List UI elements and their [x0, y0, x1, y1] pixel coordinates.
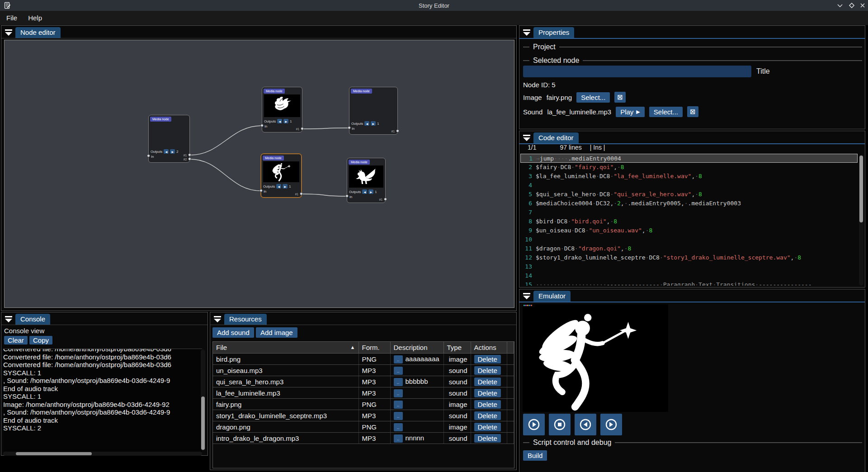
outputs-decrement-button[interactable]: ◀	[364, 121, 369, 126]
console-hscroll-thumb[interactable]	[16, 452, 92, 455]
input-port[interactable]	[348, 126, 351, 129]
graph-node[interactable]: Media nodeOutputs◀▶1In#1	[349, 87, 398, 135]
emu-forward-button[interactable]	[600, 414, 622, 435]
description-edit-button[interactable]: ..	[394, 434, 403, 443]
outputs-decrement-button[interactable]: ◀	[277, 119, 282, 123]
node-edge[interactable]	[190, 159, 261, 191]
input-port[interactable]	[260, 124, 264, 127]
delete-button[interactable]: Delete	[474, 411, 501, 420]
description-edit-button[interactable]: ..	[394, 412, 403, 420]
tab-console[interactable]: Console	[15, 314, 50, 325]
minimize-button[interactable]	[835, 1, 845, 10]
resource-row[interactable]: story1_drako_luminelle_sceptre.mp3MP3..s…	[213, 410, 514, 421]
output-port[interactable]	[301, 127, 304, 130]
resource-row[interactable]: un_oiseau.mp3MP3..soundDelete	[213, 365, 514, 376]
tab-properties[interactable]: Properties	[533, 27, 574, 38]
delete-button[interactable]: Delete	[474, 423, 501, 431]
input-port[interactable]	[259, 189, 263, 192]
node-edge[interactable]	[302, 194, 347, 196]
input-port[interactable]	[345, 194, 349, 198]
code-lines[interactable]: 1→jump····.mediaEntry00042$fairy·DC8·"fa…	[520, 154, 858, 286]
delete-button[interactable]: Delete	[474, 355, 501, 363]
description-edit-button[interactable]: ..	[394, 378, 403, 386]
resource-row[interactable]: fairy.pngPNG..imageDelete	[213, 399, 514, 410]
collapse-icon[interactable]	[5, 29, 13, 36]
outputs-increment-button[interactable]: ▶	[170, 149, 175, 154]
outputs-increment-button[interactable]: ▶	[283, 119, 288, 123]
tab-code-editor[interactable]: Code editor	[533, 132, 579, 143]
emu-play-button[interactable]	[523, 414, 545, 435]
resource-row[interactable]: la_fee_luminelle.mp3MP3..soundDelete	[213, 387, 514, 399]
delete-button[interactable]: Delete	[474, 378, 501, 386]
tab-node-editor[interactable]: Node editor	[15, 27, 61, 38]
code-status-bar: 1/1 97 lines | Ins |	[528, 144, 605, 151]
clear-button[interactable]: Clear	[4, 336, 28, 345]
column-file[interactable]: File▲	[213, 342, 359, 354]
menu-help[interactable]: Help	[28, 14, 42, 22]
console-vscrollbar[interactable]	[201, 349, 205, 451]
sound-clear-button[interactable]: ⊠	[687, 106, 698, 117]
collapse-icon[interactable]	[213, 316, 222, 323]
image-select-button[interactable]: Select...	[576, 92, 610, 103]
code-vscroll-thumb[interactable]	[859, 156, 863, 222]
code-vscrollbar[interactable]	[859, 155, 863, 286]
tab-emulator[interactable]: Emulator	[533, 291, 571, 302]
column-description[interactable]: Description	[390, 342, 443, 354]
delete-button[interactable]: Delete	[474, 400, 501, 409]
add-image-button[interactable]: Add image	[256, 327, 297, 338]
column-type[interactable]: Type	[443, 342, 471, 354]
play-button[interactable]: Play▶	[616, 107, 645, 117]
graph-node[interactable]: Media nodeOutputs◀▶1In#1	[262, 87, 302, 132]
node-canvas[interactable]: Media nodeOutputs◀▶2In#1#2Media nodeOutp…	[4, 40, 514, 308]
output-port[interactable]	[300, 192, 303, 195]
menu-file[interactable]: File	[6, 14, 17, 22]
description-edit-button[interactable]: ..	[394, 423, 403, 431]
output-port[interactable]	[188, 153, 191, 156]
input-port[interactable]	[147, 154, 150, 157]
title-input[interactable]	[523, 66, 751, 77]
column-actions[interactable]: Actions	[471, 342, 507, 354]
output-port[interactable]	[396, 129, 399, 132]
collapse-icon[interactable]	[5, 316, 13, 323]
resource-row[interactable]: bird.pngPNG..aaaaaaaaaimageDelete	[213, 354, 514, 365]
description-edit-button[interactable]: ..	[394, 401, 403, 409]
emu-back-button[interactable]	[575, 414, 596, 435]
collapse-icon[interactable]	[523, 135, 531, 142]
graph-node[interactable]: Media nodeOutputs◀▶1In#1	[347, 158, 386, 203]
console-vscroll-thumb[interactable]	[201, 396, 205, 450]
output-port[interactable]	[188, 157, 191, 160]
outputs-decrement-button[interactable]: ◀	[276, 184, 281, 189]
copy-button[interactable]: Copy	[29, 336, 52, 345]
resource-row[interactable]: dragon.pngPNG..imageDelete	[213, 421, 514, 433]
outputs-increment-button[interactable]: ▶	[368, 189, 373, 194]
column-format[interactable]: Form.	[359, 342, 390, 354]
delete-button[interactable]: Delete	[474, 389, 501, 397]
close-button[interactable]	[857, 1, 868, 10]
description-edit-button[interactable]: ..	[394, 367, 403, 375]
graph-node[interactable]: Media nodeOutputs◀▶1In#1	[261, 154, 302, 198]
emu-stop-button[interactable]	[549, 414, 571, 435]
image-clear-button[interactable]: ⊠	[614, 92, 626, 103]
node-edge[interactable]	[190, 126, 262, 155]
outputs-decrement-button[interactable]: ◀	[362, 189, 367, 194]
graph-node[interactable]: Media nodeOutputs◀▶2In#1#2	[148, 115, 190, 163]
description-edit-button[interactable]: ..	[394, 389, 403, 397]
outputs-increment-button[interactable]: ▶	[283, 184, 288, 189]
maximize-button[interactable]	[846, 1, 857, 10]
add-sound-button[interactable]: Add sound	[212, 327, 254, 338]
node-edge[interactable]	[302, 128, 349, 129]
output-port[interactable]	[384, 198, 387, 201]
collapse-icon[interactable]	[523, 293, 531, 300]
console-hscrollbar[interactable]	[3, 452, 202, 456]
resource-row[interactable]: intro_drako_le_dragon.mp3MP3..nnnnnsound…	[213, 433, 514, 444]
outputs-increment-button[interactable]: ▶	[371, 121, 376, 126]
sound-select-button[interactable]: Select...	[649, 107, 683, 117]
description-edit-button[interactable]: ..	[394, 355, 403, 363]
delete-button[interactable]: Delete	[474, 366, 501, 375]
collapse-icon[interactable]	[523, 29, 531, 36]
delete-button[interactable]: Delete	[474, 434, 501, 443]
outputs-decrement-button[interactable]: ◀	[164, 149, 169, 154]
tab-resources[interactable]: Resources	[224, 314, 267, 325]
build-button[interactable]: Build	[523, 450, 547, 461]
resource-row[interactable]: qui_sera_le_hero.mp3MP3..bbbbbbsoundDele…	[213, 376, 514, 387]
